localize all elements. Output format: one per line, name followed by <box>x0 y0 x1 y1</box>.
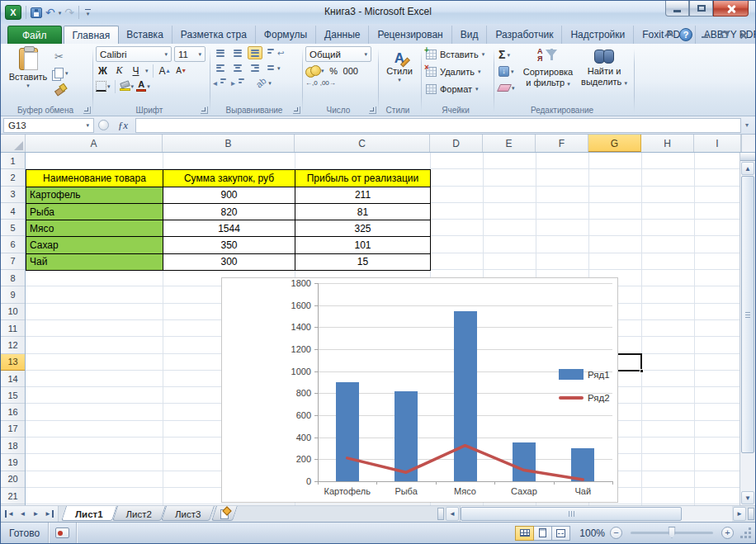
row-header-15[interactable]: 15 <box>1 387 25 404</box>
format-painter-button[interactable] <box>53 82 74 97</box>
clipboard-dialog-launcher[interactable] <box>83 106 91 114</box>
row-header-11[interactable]: 11 <box>1 320 25 337</box>
table-cell[interactable]: Картофель <box>26 187 163 204</box>
row-header-8[interactable]: 8 <box>1 270 25 286</box>
table-cell[interactable]: Рыба <box>26 204 163 220</box>
close-button[interactable] <box>713 1 749 17</box>
zoom-slider[interactable] <box>631 532 713 534</box>
orientation-dropdown-icon[interactable]: ▾ <box>268 80 272 86</box>
ribbon-tab-Надстройки[interactable]: Надстройки <box>562 26 634 44</box>
save-icon[interactable] <box>31 7 42 18</box>
row-header-17[interactable]: 17 <box>1 421 25 438</box>
shrink-font-button[interactable]: А▾ <box>174 64 188 78</box>
decrease-decimal-button[interactable]: ,00→ <box>320 79 336 87</box>
help-icon[interactable]: ? <box>679 28 692 41</box>
zoom-slider-thumb[interactable] <box>669 527 676 538</box>
fill-handle[interactable] <box>640 369 644 373</box>
row-header-10[interactable]: 10 <box>1 304 25 320</box>
column-header-A[interactable]: A <box>26 135 163 152</box>
wrap-text-button[interactable]: ↩ <box>265 46 284 59</box>
scroll-right-button[interactable]: ► <box>733 507 746 521</box>
zoom-level[interactable]: 100% <box>575 527 605 539</box>
ribbon-tab-file[interactable]: Файл <box>7 26 62 44</box>
row-header-12[interactable]: 12 <box>1 337 25 353</box>
scroll-down-button[interactable]: ▼ <box>741 491 754 504</box>
excel-logo-icon[interactable]: X <box>5 5 21 20</box>
row-header-16[interactable]: 16 <box>1 404 25 420</box>
undo-dropdown-icon[interactable]: ▾ <box>59 10 62 16</box>
table-cell[interactable]: Чай <box>26 254 163 271</box>
normal-view-button[interactable] <box>515 526 534 541</box>
align-right-button[interactable] <box>248 61 262 74</box>
align-middle-button[interactable] <box>230 46 245 59</box>
fill-button[interactable]: ↓▾ <box>497 64 520 78</box>
table-cell[interactable]: 15 <box>295 254 431 271</box>
insert-cells-button[interactable]: +Вставить▾ <box>424 46 486 62</box>
table-header-cell[interactable]: Наименование товара <box>26 170 163 187</box>
name-box[interactable]: G13▾ <box>3 118 94 133</box>
column-header-B[interactable]: B <box>163 135 295 152</box>
ribbon-tab-Формулы[interactable]: Формулы <box>256 26 316 44</box>
undo-button[interactable]: ↶ <box>45 7 55 18</box>
accounting-format-button[interactable]: ▾ <box>305 64 324 78</box>
align-top-button[interactable] <box>213 46 228 59</box>
sheet-tab-Лист3[interactable]: Лист3 <box>163 506 212 522</box>
name-box-dropdown-icon[interactable]: ▾ <box>86 122 89 128</box>
table-cell[interactable]: 350 <box>163 237 295 253</box>
italic-button[interactable]: К <box>112 64 126 78</box>
ribbon-tab-Вставка[interactable]: Вставка <box>118 26 172 44</box>
autosum-button[interactable]: Σ▾ <box>497 47 520 62</box>
zoom-in-button[interactable]: + <box>721 527 734 539</box>
row-header-6[interactable]: 6 <box>1 236 25 253</box>
font-color-button[interactable]: А▾ <box>136 79 150 93</box>
align-bottom-button[interactable] <box>248 46 262 59</box>
align-left-button[interactable] <box>213 61 228 74</box>
increase-indent-button[interactable]: ▸ <box>231 76 247 89</box>
font-name-select[interactable]: Calibri▾ <box>96 46 172 62</box>
sheet-tab-Лист2[interactable]: Лист2 <box>115 506 163 522</box>
column-header-I[interactable]: I <box>694 135 741 152</box>
decrease-indent-button[interactable]: ◂ <box>213 76 229 89</box>
row-header-4[interactable]: 4 <box>1 203 25 220</box>
column-header-G[interactable]: G <box>588 135 641 152</box>
sheet-tab-Лист1[interactable]: Лист1 <box>64 506 115 522</box>
table-cell[interactable]: 300 <box>163 254 295 271</box>
chart[interactable]: Ряд1 Ряд2 180016001400120010008006004002… <box>221 277 618 503</box>
tab-split-handle[interactable] <box>437 508 444 520</box>
increase-decimal-button[interactable]: ←,0 <box>305 79 318 87</box>
sort-filter-button[interactable]: АЯ Сортировка и фильтр ▾ <box>520 46 576 104</box>
row-header-20[interactable]: 20 <box>1 471 25 488</box>
horizontal-scrollbar[interactable] <box>460 506 732 522</box>
table-cell[interactable]: 81 <box>295 204 431 220</box>
table-cell[interactable]: 820 <box>163 204 295 220</box>
alignment-dialog-launcher[interactable] <box>293 106 300 114</box>
chart-line-series[interactable] <box>318 283 612 481</box>
expand-formula-bar-icon[interactable]: ▾ <box>741 121 753 129</box>
bold-button[interactable]: Ж <box>96 64 110 78</box>
workbook-close-button[interactable] <box>736 30 749 40</box>
font-size-select[interactable]: 11▾ <box>174 46 206 62</box>
minimize-button[interactable] <box>665 1 689 17</box>
row-header-7[interactable]: 7 <box>1 253 25 270</box>
align-center-button[interactable] <box>230 61 245 74</box>
row-header-2[interactable]: 2 <box>1 169 25 186</box>
last-sheet-button[interactable]: ► <box>43 508 55 520</box>
row-header-1[interactable]: 1 <box>1 153 25 169</box>
scroll-up-button[interactable]: ▲ <box>741 162 754 175</box>
column-header-F[interactable]: F <box>536 135 588 152</box>
percent-style-button[interactable]: % <box>327 64 341 78</box>
page-break-view-button[interactable] <box>551 526 570 541</box>
row-header-13[interactable]: 13 <box>1 354 25 371</box>
table-header-cell[interactable]: Прибыль от реализации <box>295 170 431 187</box>
styles-button[interactable]: А Стили ▾ <box>381 46 418 104</box>
number-dialog-launcher[interactable] <box>369 106 376 114</box>
insert-function-button[interactable]: ƒx <box>113 119 133 132</box>
fill-color-button[interactable]: ▾ <box>120 79 135 93</box>
row-header-18[interactable]: 18 <box>1 438 25 454</box>
grow-font-button[interactable]: А▴ <box>158 64 172 78</box>
first-sheet-button[interactable]: ◄ <box>3 508 16 520</box>
table-cell[interactable]: 325 <box>295 220 431 237</box>
number-format-select[interactable]: Общий▾ <box>305 46 371 62</box>
font-dialog-launcher[interactable] <box>201 106 208 114</box>
insert-worksheet-button[interactable] <box>212 506 237 522</box>
